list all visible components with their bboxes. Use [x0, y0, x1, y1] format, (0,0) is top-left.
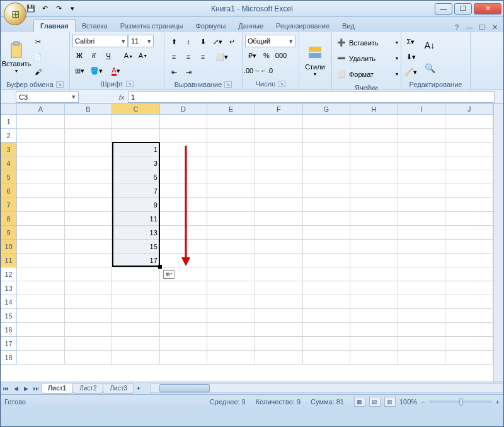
cell[interactable]	[303, 198, 351, 212]
cell[interactable]	[112, 129, 160, 143]
column-header[interactable]: H	[350, 104, 398, 115]
cell[interactable]	[17, 295, 65, 309]
orientation-button[interactable]: ⤢▾	[210, 35, 224, 49]
zoom-in-button[interactable]: +	[496, 398, 500, 406]
number-format-combo[interactable]: Общий▾	[245, 35, 295, 47]
cell[interactable]	[303, 337, 351, 351]
cell[interactable]	[445, 254, 493, 267]
cell[interactable]	[160, 281, 208, 295]
normal-view-button[interactable]: ▦	[354, 397, 365, 407]
cell[interactable]	[398, 254, 446, 267]
cell[interactable]	[255, 184, 303, 198]
row-header[interactable]: 12	[1, 267, 17, 281]
cell[interactable]	[160, 309, 208, 323]
page-layout-button[interactable]: ▤	[369, 397, 381, 407]
cell[interactable]	[207, 156, 255, 170]
cell[interactable]	[17, 184, 65, 198]
select-all-corner[interactable]	[1, 104, 17, 115]
cell[interactable]	[398, 309, 446, 323]
cell[interactable]	[207, 281, 255, 295]
cell[interactable]	[65, 198, 113, 212]
cell[interactable]	[445, 309, 493, 323]
cell[interactable]	[255, 115, 303, 129]
clear-button[interactable]: 🧹▾	[404, 65, 418, 79]
row-header[interactable]: 7	[1, 198, 17, 212]
cell[interactable]	[160, 240, 208, 254]
cell[interactable]	[17, 129, 65, 143]
cell[interactable]: 13	[112, 226, 160, 240]
cell[interactable]	[207, 351, 255, 365]
insert-cells-button[interactable]: Вставить	[349, 39, 395, 47]
sheet-nav-next[interactable]: ▶	[21, 383, 31, 394]
align-right-button[interactable]: ≡	[196, 50, 210, 64]
cell[interactable]	[65, 337, 113, 351]
cell[interactable]	[65, 267, 113, 281]
cell[interactable]	[17, 143, 65, 156]
cell[interactable]	[255, 143, 303, 156]
cell[interactable]	[255, 129, 303, 143]
row-header[interactable]: 2	[1, 129, 17, 143]
cell[interactable]	[398, 198, 446, 212]
row-header[interactable]: 9	[1, 226, 17, 240]
cell[interactable]	[398, 170, 446, 184]
styles-button[interactable]: Стили ▼	[302, 35, 328, 86]
cell[interactable]	[17, 309, 65, 323]
cell[interactable]	[255, 309, 303, 323]
cell[interactable]	[255, 267, 303, 281]
cell[interactable]	[255, 170, 303, 184]
column-header[interactable]: F	[255, 104, 303, 115]
autofill-options-button[interactable]: ⊞⁺	[163, 270, 175, 279]
ribbon-tab-Вид[interactable]: Вид	[336, 20, 361, 32]
cell[interactable]	[17, 281, 65, 295]
maximize-button[interactable]: ☐	[454, 3, 472, 15]
comma-button[interactable]: 000	[274, 49, 288, 62]
cell[interactable]	[160, 337, 208, 351]
zoom-out-button[interactable]: −	[421, 398, 425, 406]
wrap-text-button[interactable]: ↵	[225, 35, 239, 49]
cell[interactable]	[398, 129, 446, 143]
cell[interactable]	[350, 351, 398, 365]
cell[interactable]	[445, 143, 493, 156]
mdi-restore-icon[interactable]: ☐	[477, 22, 487, 32]
vertical-scrollbar[interactable]	[493, 104, 503, 382]
cell[interactable]	[255, 156, 303, 170]
cell[interactable]	[350, 323, 398, 337]
cell[interactable]	[160, 170, 208, 184]
column-header[interactable]: C	[112, 104, 160, 115]
align-center-button[interactable]: ≡	[181, 50, 195, 64]
fill-color-button[interactable]: 🪣▾	[87, 64, 106, 78]
row-header[interactable]: 14	[1, 295, 17, 309]
column-header[interactable]: I	[398, 104, 446, 115]
name-box[interactable]: C3▾	[16, 91, 79, 103]
cell[interactable]	[160, 351, 208, 365]
row-header[interactable]: 5	[1, 170, 17, 184]
row-header[interactable]: 18	[1, 351, 17, 365]
grow-font-button[interactable]: A▲	[122, 49, 135, 62]
fx-icon[interactable]: fx	[115, 93, 128, 101]
cell[interactable]	[160, 226, 208, 240]
row-header[interactable]: 3	[1, 143, 17, 156]
clipboard-launcher[interactable]: ↘	[56, 81, 64, 88]
cell[interactable]	[255, 281, 303, 295]
cell[interactable]	[303, 281, 351, 295]
cell[interactable]	[65, 212, 113, 226]
cell[interactable]	[303, 115, 351, 129]
mdi-minimize-icon[interactable]: —	[464, 22, 474, 32]
cell[interactable]	[65, 281, 113, 295]
cell[interactable]	[65, 156, 113, 170]
cell[interactable]	[255, 323, 303, 337]
cell[interactable]	[112, 309, 160, 323]
zoom-slider[interactable]	[429, 401, 492, 403]
cell[interactable]	[207, 267, 255, 281]
cell[interactable]	[112, 115, 160, 129]
cell[interactable]	[303, 295, 351, 309]
column-header[interactable]: A	[17, 104, 65, 115]
cell[interactable]	[350, 226, 398, 240]
cell[interactable]	[17, 170, 65, 184]
cell[interactable]	[398, 267, 446, 281]
column-header[interactable]: D	[160, 104, 208, 115]
cell[interactable]	[17, 115, 65, 129]
cell[interactable]	[445, 267, 493, 281]
borders-button[interactable]: ⊞▾	[72, 64, 86, 78]
shrink-font-button[interactable]: A▼	[136, 49, 150, 62]
